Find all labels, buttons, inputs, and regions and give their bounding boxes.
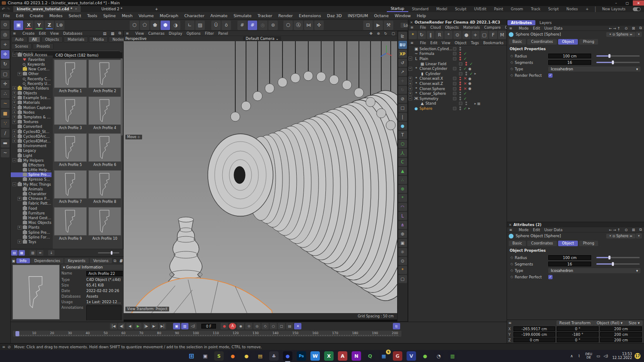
menu-item[interactable]: Spline — [100, 13, 118, 18]
keyframe-button[interactable]: A — [229, 323, 236, 329]
target-a-icon[interactable]: ◎ — [258, 21, 267, 30]
object-row[interactable]: − Ж Symmetry ✓ — [408, 96, 507, 101]
property-tab[interactable]: Phong — [579, 241, 598, 246]
object-palette-icon[interactable]: BU — [398, 41, 407, 49]
object-selector-dropdown[interactable]: • ⊙ Sphere ≡ — [606, 234, 635, 238]
hamburger-icon[interactable]: ≡ — [410, 41, 413, 45]
expand-icon[interactable] — [18, 81, 21, 85]
object-palette-icon[interactable]: ⊘ — [398, 95, 407, 103]
maximize-button[interactable]: ▢ — [622, 0, 633, 6]
workplane-lock-button[interactable]: L⊕ — [55, 21, 64, 30]
expand-icon[interactable]: − — [12, 53, 16, 57]
nav-arrows[interactable]: ← → ↑ — [609, 26, 620, 30]
nav-arrows[interactable]: ← → ↑ — [609, 228, 620, 232]
transport-button[interactable]: ▶· — [151, 323, 158, 329]
expand-icon[interactable] — [18, 62, 21, 66]
browser-tree-item[interactable]: − Quick Access — [11, 52, 52, 57]
camera-selector[interactable]: Default Camera ⌄ — [243, 36, 281, 41]
object-manager-menu-item[interactable]: Tags — [471, 41, 479, 45]
browser-tab[interactable]: Auto — [11, 36, 27, 42]
render-perfect-checkbox[interactable]: ✓ — [548, 73, 553, 78]
menu-item[interactable]: Simulate — [231, 13, 255, 18]
keyframe-button[interactable]: ◉ — [237, 323, 244, 329]
object-palette-icon[interactable]: ⊕ — [398, 185, 407, 193]
taskbar-app-icon[interactable]: S — [214, 351, 224, 361]
octane-menu-item[interactable]: Objects — [445, 25, 459, 30]
state-mark-icon[interactable]: ✓ — [469, 72, 474, 76]
taskbar-app-icon[interactable]: Q — [365, 351, 375, 361]
attributes-menu-item[interactable]: Edit — [533, 26, 540, 30]
octane-tool-icon[interactable]: + — [471, 31, 480, 39]
state-mark-icon[interactable]: ✕ — [463, 87, 468, 91]
tray-chevron-icon[interactable]: ∧ — [570, 354, 573, 358]
expand-icon[interactable]: − — [12, 182, 16, 186]
keyframe-button[interactable]: ○ — [270, 323, 277, 329]
tool-icon[interactable]: ✛ — [1, 80, 9, 88]
close-button[interactable]: ✕ — [633, 0, 644, 6]
tag-icons[interactable]: ● — [468, 77, 471, 81]
object-palette-icon[interactable]: * — [398, 266, 407, 274]
state-mark-icon[interactable]: ✓ — [463, 91, 468, 96]
octane-tool-icon[interactable]: * — [444, 31, 453, 39]
taskbar-app-icon[interactable]: G — [393, 351, 402, 361]
tag-icons[interactable]: ● — [468, 67, 471, 71]
object-row[interactable]: − * Cloner.Cylinder ✓ ● — [408, 66, 507, 71]
taskbar-app-icon[interactable]: ▥ — [448, 351, 457, 361]
object-row[interactable]: ▣ Selection.Cylinders — [408, 46, 507, 51]
pan-icon[interactable]: ✥ — [370, 31, 373, 36]
radius-input[interactable]: 100 cm — [548, 54, 591, 58]
position-field[interactable]: 0 cm — [513, 338, 555, 342]
object-name[interactable]: Symmetry — [419, 97, 453, 101]
expand-icon[interactable]: − — [408, 67, 412, 71]
expand-icon[interactable] — [18, 173, 21, 177]
taskbar-app-icon[interactable]: Ps — [297, 351, 306, 361]
object-manager-menu-item[interactable]: Object — [455, 41, 467, 45]
browser-tree-item[interactable]: + Toys — [11, 239, 52, 244]
viewport-menu-item[interactable]: Display — [169, 31, 182, 36]
segments-input[interactable]: 16 — [548, 60, 591, 65]
browser-tree-item[interactable]: Converted — [11, 124, 52, 129]
position-field[interactable]: -199.6006 cm — [513, 332, 555, 337]
octane-tool-icon[interactable]: ⊙ — [453, 31, 462, 39]
tool-icon[interactable]: ∵ — [1, 119, 9, 128]
type-dropdown[interactable]: Icosahedron▾ — [548, 268, 641, 273]
quantize-grid-button[interactable]: # — [248, 21, 257, 30]
auto-mode-icon[interactable]: Ⓐ — [294, 21, 303, 30]
object-palette-icon[interactable]: ☼ — [398, 248, 407, 256]
taskbar-app-icon[interactable]: ● — [420, 351, 430, 361]
expand-icon[interactable]: + — [12, 101, 16, 105]
keyframe-button[interactable]: ▢ — [278, 323, 285, 329]
export-icon[interactable]: ⧉ — [639, 26, 642, 30]
object-name[interactable]: Cloner.wall.X — [419, 76, 453, 81]
new-tab-button[interactable]: + — [152, 6, 161, 12]
menu-item[interactable]: Extensions — [296, 13, 324, 18]
octane-tool-icon[interactable]: * — [409, 31, 417, 39]
browser-tree-item[interactable]: Xpresso Settings — [11, 177, 52, 182]
expand-icon[interactable]: + — [408, 77, 412, 81]
state-mark-icon[interactable]: ✕ — [463, 76, 468, 81]
transport-button[interactable]: ▶ — [134, 323, 142, 329]
viewport-menu-item[interactable]: Cameras — [148, 31, 164, 36]
asset-thumbnail[interactable]: Arch Profile 7 — [54, 170, 87, 205]
state-mark-icon[interactable]: ✓ — [463, 106, 468, 111]
state-mark-icon[interactable]: ✓ — [463, 97, 468, 101]
thumbnail-size-slider[interactable] — [98, 252, 119, 253]
object-row[interactable]: ● Sphere ✓ ▸ — [408, 106, 507, 111]
coordinate-system-button[interactable]: Ü — [211, 21, 221, 30]
segments-input[interactable]: 16 — [548, 262, 591, 266]
browser-tree-item[interactable]: Keywords — [11, 62, 52, 66]
asset-thumbnail[interactable]: Arch Profile 3 — [54, 97, 87, 132]
playhead[interactable] — [15, 331, 19, 336]
rotation-field[interactable]: 0 ° — [557, 338, 598, 342]
axis-modification-button[interactable]: ∟ — [185, 21, 194, 30]
layer-chip[interactable] — [453, 67, 456, 70]
asset-thumbnail[interactable]: Arch Profile 2 — [88, 60, 121, 95]
viewport[interactable]: ≡ ViewCamerasDisplayOptionsFilterPanel ✥… — [124, 31, 397, 320]
taskbar-app-icon[interactable]: ● — [283, 351, 292, 361]
property-tab[interactable]: Basic — [509, 241, 526, 246]
octane-tool-icon[interactable]: ▢ — [480, 31, 489, 39]
object-name[interactable]: Stand — [425, 101, 459, 106]
hamburger-icon[interactable]: ≡ — [2, 345, 6, 349]
object-name[interactable]: Cloner_Sphere — [419, 91, 453, 96]
browser-menu-item[interactable]: Databases — [63, 31, 82, 36]
